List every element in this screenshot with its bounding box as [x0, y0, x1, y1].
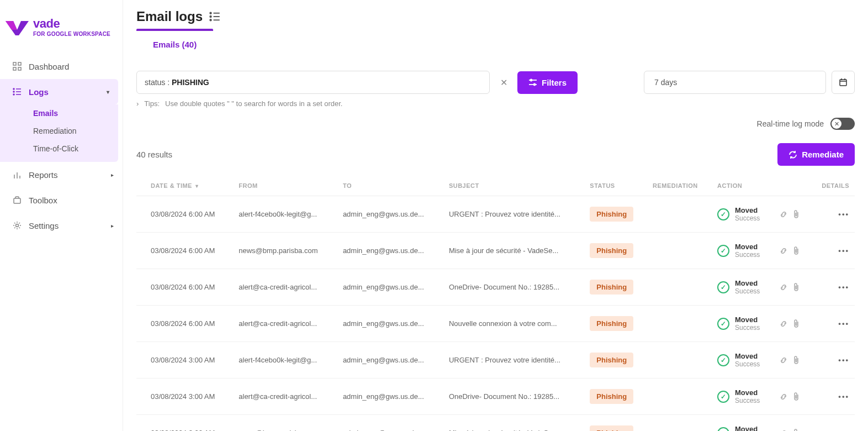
link-icon: [779, 246, 788, 255]
remediate-button[interactable]: Remediate: [777, 143, 855, 166]
cell-from: alert-f4cebo0k-legit@g...: [233, 342, 337, 379]
chevron-right-icon: ▸: [111, 172, 114, 178]
cell-attachments: [774, 379, 811, 415]
table-row[interactable]: 03/08/2024 6:00 AM alert-f4cebo0k-legit@…: [136, 196, 855, 233]
attachment-icon: [792, 356, 800, 365]
sidebar-item-settings[interactable]: Settings ▸: [0, 213, 123, 238]
sort-desc-icon: ▼: [194, 183, 199, 189]
row-details-button[interactable]: •••: [811, 342, 855, 379]
sidebar-item-logs[interactable]: Logs ▾: [0, 79, 118, 104]
row-details-button[interactable]: •••: [811, 306, 855, 342]
sidebar-subitem-emails[interactable]: Emails: [0, 104, 118, 122]
realtime-label: Real-time log mode: [757, 119, 824, 128]
table-row[interactable]: 03/08/2024 6:00 AM news@bmp.parisba.com …: [136, 233, 855, 269]
more-icon: •••: [838, 319, 849, 328]
cell-attachments: [774, 306, 811, 342]
check-circle-icon: ✓: [717, 245, 729, 257]
link-icon: [779, 319, 788, 328]
close-icon: ✕: [500, 78, 507, 87]
col-status[interactable]: STATUS: [584, 176, 647, 196]
close-icon: ✕: [832, 119, 841, 129]
row-details-button[interactable]: •••: [811, 196, 855, 233]
cell-remediation: [647, 269, 712, 306]
col-remediation[interactable]: REMEDIATION: [647, 176, 712, 196]
cell-subject: URGENT : Prouvez votre identité...: [443, 342, 584, 379]
action-subtitle: Success: [735, 360, 760, 368]
sidebar-item-toolbox[interactable]: Toolbox: [0, 187, 123, 213]
row-details-button[interactable]: •••: [811, 379, 855, 415]
status-badge: Phishing: [590, 243, 633, 258]
cell-action: ✓ Moved Success: [712, 196, 774, 233]
logs-subnav: Emails Remediation Time-of-Click: [0, 104, 118, 162]
list-icon: [209, 11, 220, 22]
clear-search-button[interactable]: ✕: [495, 77, 512, 88]
date-range-select[interactable]: 7 days: [644, 71, 826, 94]
check-circle-icon: ✓: [717, 427, 729, 432]
cell-remediation: [647, 415, 712, 432]
cell-from: news@bmp-parisba.com: [233, 415, 337, 432]
cell-to: admin_eng@gws.us.de...: [337, 342, 443, 379]
row-details-button[interactable]: •••: [811, 233, 855, 269]
cell-status: Phishing: [584, 342, 647, 379]
cell-date: 03/08/2024 3:00 AM: [136, 342, 233, 379]
brand-subtitle: FOR GOOGLE WORKSPACE: [33, 31, 110, 37]
action-title: Moved: [735, 206, 760, 214]
cell-attachments: [774, 233, 811, 269]
sidebar-item-label: Settings: [29, 221, 59, 230]
realtime-toggle[interactable]: ✕: [830, 118, 855, 130]
cell-action: ✓ Moved Success: [712, 269, 774, 306]
email-logs-table: DATE & TIME▼ FROM TO SUBJECT STATUS REME…: [136, 176, 855, 431]
col-details[interactable]: DETAILS: [811, 176, 855, 196]
sidebar: vade FOR GOOGLE WORKSPACE Dashboard Logs…: [0, 0, 123, 431]
sidebar-item-reports[interactable]: Reports ▸: [0, 162, 123, 187]
col-to[interactable]: TO: [337, 176, 443, 196]
action-title: Moved: [735, 352, 760, 360]
filters-button[interactable]: Filters: [517, 71, 578, 94]
table-row[interactable]: 03/08/2024 6:00 AM alert@ca-credit-agric…: [136, 306, 855, 342]
table-row[interactable]: 03/08/2024 3:00 AM alert@ca-credit-agric…: [136, 379, 855, 415]
cell-to: admin_eng@gws.us.de...: [337, 233, 443, 269]
svg-point-15: [210, 13, 211, 14]
action-subtitle: Success: [735, 251, 760, 259]
sidebar-subitem-remediation[interactable]: Remediation: [0, 122, 118, 140]
sidebar-subitem-timeofclick[interactable]: Time-of-Click: [0, 140, 118, 157]
cell-action: ✓ Moved Success: [712, 306, 774, 342]
svg-rect-0: [13, 62, 16, 65]
cell-action: ✓ Moved Success: [712, 233, 774, 269]
col-from[interactable]: FROM: [233, 176, 337, 196]
check-circle-icon: ✓: [717, 318, 729, 330]
table-row[interactable]: 03/08/2024 3:00 AM news@bmp-parisba.com …: [136, 415, 855, 432]
table-row[interactable]: 03/08/2024 6:00 AM alert@ca-credit-agric…: [136, 269, 855, 306]
svg-point-8: [13, 94, 14, 95]
link-icon: [779, 210, 788, 219]
row-details-button[interactable]: •••: [811, 415, 855, 432]
check-circle-icon: ✓: [717, 391, 729, 403]
cell-from: alert@ca-credit-agricol...: [233, 306, 337, 342]
search-input[interactable]: status : PHISHING: [136, 71, 490, 94]
calendar-button[interactable]: [832, 71, 855, 94]
svg-rect-13: [14, 198, 20, 203]
check-circle-icon: ✓: [717, 208, 729, 220]
status-badge: Phishing: [590, 353, 633, 367]
sidebar-item-dashboard[interactable]: Dashboard: [0, 54, 123, 79]
col-action[interactable]: ACTION: [712, 176, 774, 196]
cell-to: admin_eng@gws.us.de...: [337, 306, 443, 342]
cell-date: 03/08/2024 3:00 AM: [136, 415, 233, 432]
cell-subject: OneDrive- Document No.: 19285...: [443, 379, 584, 415]
chevron-down-icon: ▾: [107, 89, 109, 95]
check-circle-icon: ✓: [717, 354, 729, 366]
cell-status: Phishing: [584, 269, 647, 306]
status-badge: Phishing: [590, 425, 633, 431]
row-details-button[interactable]: •••: [811, 269, 855, 306]
cell-to: admin_eng@gws.us.de...: [337, 196, 443, 233]
more-icon: •••: [838, 283, 849, 291]
action-title: Moved: [735, 316, 760, 324]
remediate-button-label: Remediate: [802, 150, 844, 159]
col-date[interactable]: DATE & TIME▼: [136, 176, 233, 196]
col-subject[interactable]: SUBJECT: [443, 176, 584, 196]
tab-emails[interactable]: Emails (40): [136, 29, 213, 57]
table-row[interactable]: 03/08/2024 3:00 AM alert-f4cebo0k-legit@…: [136, 342, 855, 379]
cell-attachments: [774, 269, 811, 306]
action-title: Moved: [735, 388, 760, 397]
cell-date: 03/08/2024 6:00 AM: [136, 233, 233, 269]
